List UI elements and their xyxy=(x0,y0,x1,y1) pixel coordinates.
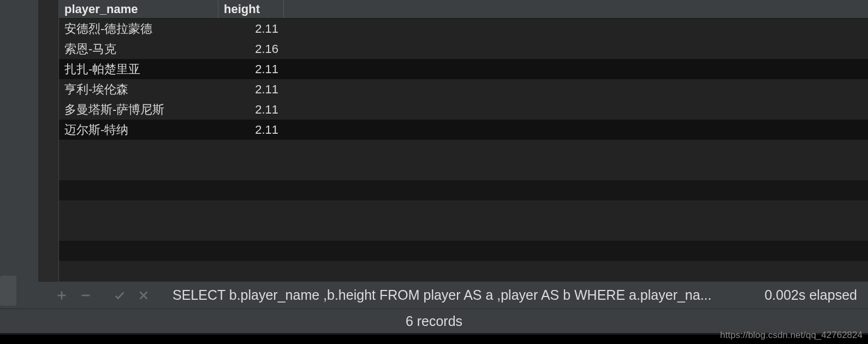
empty-row xyxy=(59,200,868,221)
record-count-text: 6 records xyxy=(406,313,462,329)
cell-player-name: 扎扎-帕楚里亚 xyxy=(59,59,218,79)
cell-height: 2.11 xyxy=(218,59,284,79)
cell-height: 2.11 xyxy=(218,120,284,140)
empty-row xyxy=(59,180,868,200)
executed-sql-text: SELECT b.player_name ,b.height FROM play… xyxy=(173,287,748,303)
cell-player-name: 索恩-马克 xyxy=(59,39,218,59)
close-icon[interactable] xyxy=(136,288,151,303)
cell-player-name: 安德烈-德拉蒙德 xyxy=(59,19,218,39)
table-header: player_name height xyxy=(59,0,868,19)
cell-height: 2.11 xyxy=(218,99,284,120)
check-icon[interactable] xyxy=(112,288,127,303)
results-toolbar: SELECT b.player_name ,b.height FROM play… xyxy=(38,281,868,309)
plus-icon[interactable] xyxy=(55,288,69,303)
empty-row xyxy=(59,241,868,261)
elapsed-time-text: 0.002s elapsed xyxy=(764,287,857,303)
table-row[interactable]: 亨利-埃伦森 2.11 xyxy=(59,79,868,99)
empty-row xyxy=(59,160,868,180)
table-row[interactable]: 多曼塔斯-萨博尼斯 2.11 xyxy=(59,99,868,120)
cell-height: 2.16 xyxy=(218,39,284,59)
table-row[interactable]: 迈尔斯-特纳 2.11 xyxy=(59,120,868,140)
minus-icon[interactable] xyxy=(79,288,93,303)
cell-player-name: 多曼塔斯-萨博尼斯 xyxy=(59,99,218,120)
empty-row xyxy=(59,221,868,241)
cell-player-name: 亨利-埃伦森 xyxy=(59,79,218,99)
table-body: 安德烈-德拉蒙德 2.11 索恩-马克 2.16 扎扎-帕楚里亚 2.11 亨利… xyxy=(59,19,868,281)
toolbar-icons xyxy=(55,288,151,303)
left-panel-tab[interactable] xyxy=(0,276,16,306)
left-sidebar-gutter xyxy=(0,0,38,309)
cell-height: 2.11 xyxy=(218,79,284,99)
empty-row xyxy=(59,261,868,281)
cell-player-name: 迈尔斯-特纳 xyxy=(59,120,218,140)
table-row[interactable]: 扎扎-帕楚里亚 2.11 xyxy=(59,59,868,79)
table-row[interactable]: 索恩-马克 2.16 xyxy=(59,39,868,59)
column-header-height[interactable]: height xyxy=(218,0,284,18)
results-grid: player_name height 安德烈-德拉蒙德 2.11 索恩-马克 2… xyxy=(38,0,868,281)
row-number-gutter xyxy=(38,0,59,281)
column-header-player-name[interactable]: player_name xyxy=(59,0,218,18)
cell-height: 2.11 xyxy=(218,19,284,39)
table-row[interactable]: 安德烈-德拉蒙德 2.11 xyxy=(59,19,868,39)
watermark-text: https://blog.csdn.net/qq_42762824 xyxy=(720,330,863,341)
empty-row xyxy=(59,140,868,160)
